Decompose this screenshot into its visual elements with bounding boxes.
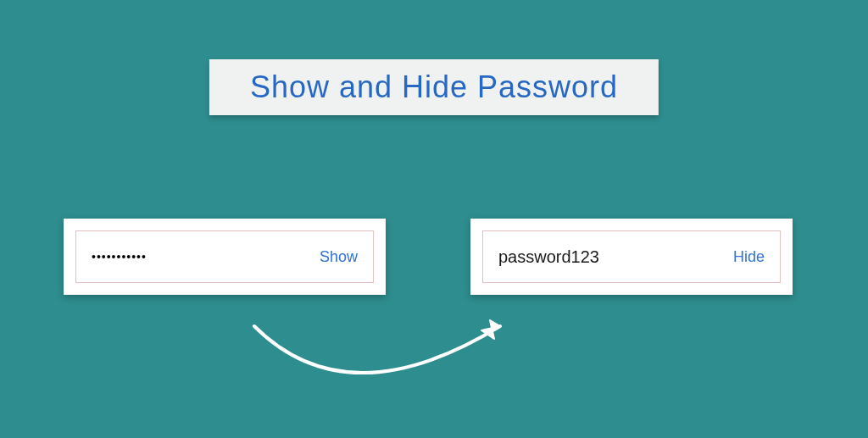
password-field-wrapper: password123 Hide xyxy=(482,230,781,283)
title-banner: Show and Hide Password xyxy=(209,59,659,115)
show-toggle[interactable]: Show xyxy=(320,248,358,266)
password-input-revealed[interactable]: password123 xyxy=(498,247,733,267)
password-field-wrapper: ••••••••••• Show xyxy=(75,230,374,283)
transition-arrow-icon xyxy=(246,297,534,415)
password-card-hidden: ••••••••••• Show xyxy=(64,219,386,295)
password-input-masked[interactable]: ••••••••••• xyxy=(92,250,320,263)
hide-toggle[interactable]: Hide xyxy=(733,248,765,266)
page-title: Show and Hide Password xyxy=(250,69,618,105)
password-card-shown: password123 Hide xyxy=(470,219,793,295)
